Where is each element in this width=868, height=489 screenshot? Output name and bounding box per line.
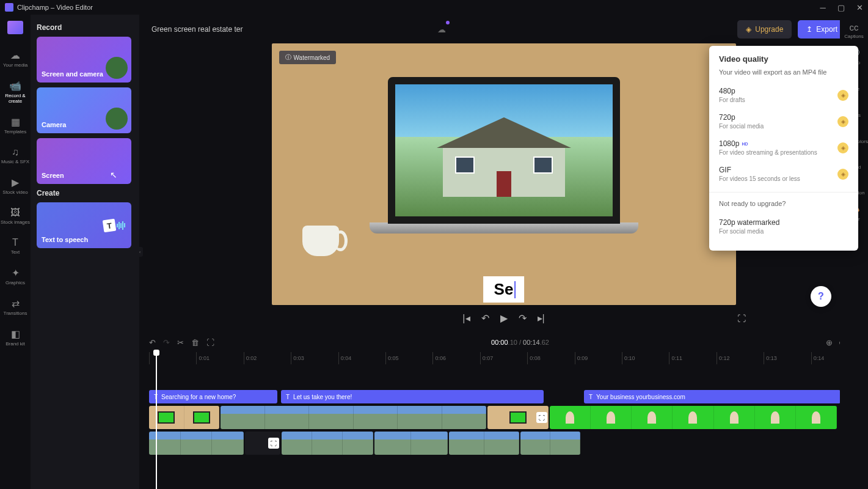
export-option-720p-wm[interactable]: 720p watermarked For social media xyxy=(719,213,848,240)
project-title[interactable]: Green screen real estate ter xyxy=(151,25,431,34)
sidebar-brand-kit[interactable]: ◧Brand kit xyxy=(0,326,31,348)
video-preview[interactable]: ⓘ Watermarked xyxy=(272,43,736,305)
record-screen-camera-card[interactable]: Screen and camera xyxy=(37,37,131,83)
video-clip[interactable] xyxy=(374,432,448,455)
video-clip[interactable] xyxy=(149,406,219,429)
premium-icon: ◈ xyxy=(837,169,848,180)
watermark-badge: ⓘ Watermarked xyxy=(279,51,337,64)
video-icon: ▶ xyxy=(12,177,19,188)
upload-icon: ↥ xyxy=(806,25,812,34)
center-area: Green screen real estate ter ☁ ◈ Upgrade… xyxy=(139,15,868,489)
sync-off-icon[interactable]: ☁ xyxy=(437,24,446,34)
window-title: Clipchamp – Video Editor xyxy=(17,4,819,11)
export-quality-title: Video quality xyxy=(709,54,858,68)
collapse-panel-handle[interactable]: ‹ xyxy=(137,247,143,257)
sync-badge-icon xyxy=(446,21,450,24)
text-clip[interactable]: TYour business yourbusiness.com xyxy=(584,390,841,403)
graphics-icon: ✦ xyxy=(12,267,20,279)
sidebar-record-create[interactable]: 📹Record & create xyxy=(0,78,31,106)
video-clip[interactable] xyxy=(282,432,373,455)
video-clip[interactable] xyxy=(149,432,244,455)
export-option-720p[interactable]: 720p For social media ◈ xyxy=(709,108,858,134)
sidebar-transitions[interactable]: ⇄Transitions xyxy=(0,296,31,318)
hd-badge: HD xyxy=(742,142,748,146)
record-panel: Record Screen and camera Camera Screen C… xyxy=(31,15,139,489)
undo-button[interactable]: ↶ xyxy=(149,338,156,347)
left-sidebar: ☁Your media 📹Record & create ▦Templates … xyxy=(0,15,31,489)
split-button[interactable]: ✂ xyxy=(177,338,184,347)
export-option-gif[interactable]: GIF For videos 15 seconds or less ◈ xyxy=(709,161,858,187)
playback-controls: |◂ ↶ ▶ ↷ ▸| ⛶ xyxy=(139,305,868,331)
skip-end-button[interactable]: ▸| xyxy=(538,312,545,324)
video-clip[interactable] xyxy=(520,432,580,455)
video-clip[interactable] xyxy=(221,406,486,429)
video-clip[interactable]: ⛶ xyxy=(245,432,280,455)
create-heading: Create xyxy=(37,189,133,197)
titlebar: Clipchamp – Video Editor ─ ▢ ✕ xyxy=(0,0,868,15)
laptop-prop xyxy=(370,77,638,260)
sidebar-your-media[interactable]: ☁Your media xyxy=(0,48,31,70)
link-icon: ⛶ xyxy=(536,412,547,423)
zoom-in-button[interactable]: ⊕ xyxy=(826,338,833,347)
text-icon: T xyxy=(589,394,593,400)
forward-button[interactable]: ↷ xyxy=(519,312,527,324)
camera-icon: 📹 xyxy=(9,80,21,92)
text-to-speech-card[interactable]: Text to speech T xyxy=(37,202,131,248)
text-overlay[interactable]: Se xyxy=(483,276,525,303)
video-clip[interactable]: ⛶ xyxy=(487,406,549,429)
sidebar-graphics[interactable]: ✦Graphics xyxy=(0,265,31,287)
sidebar-music-sfx[interactable]: ♫Music & SFX xyxy=(0,145,31,166)
premium-icon: ◈ xyxy=(837,142,848,153)
record-screen-card[interactable]: Screen xyxy=(37,138,131,184)
video-clip-greenscreen[interactable] xyxy=(550,406,837,429)
export-upgrade-prompt: Not ready to upgrade? xyxy=(719,200,848,207)
play-button[interactable]: ▶ xyxy=(500,312,508,324)
delete-button[interactable]: 🗑 xyxy=(191,338,199,347)
app-icon xyxy=(5,3,13,12)
avatar xyxy=(106,108,128,130)
topbar: Green screen real estate ter ☁ ◈ Upgrade… xyxy=(139,15,868,43)
image-icon: 🖼 xyxy=(10,207,20,218)
crop-button[interactable]: ⛶ xyxy=(206,338,214,347)
export-option-1080p[interactable]: 1080pHD For video streaming & presentati… xyxy=(709,134,858,161)
transitions-icon: ⇄ xyxy=(12,298,20,309)
avatar xyxy=(106,57,128,79)
video-track-2: ⛶ xyxy=(149,432,858,455)
video-clip[interactable] xyxy=(449,432,519,455)
diamond-icon: ◈ xyxy=(746,25,751,34)
record-camera-card[interactable]: Camera xyxy=(37,87,131,133)
help-button[interactable]: ? xyxy=(811,286,831,307)
export-subtitle: Your video will export as an MP4 file xyxy=(709,68,858,82)
fullscreen-button[interactable]: ⛶ xyxy=(737,314,746,323)
export-option-480p[interactable]: 480p For drafts ◈ xyxy=(709,82,858,108)
sidebar-stock-video[interactable]: ▶Stock video xyxy=(0,175,31,197)
text-clip[interactable]: TLet us take you there! xyxy=(281,390,544,403)
premium-icon: ◈ xyxy=(837,116,848,127)
maximize-button[interactable]: ▢ xyxy=(837,4,845,11)
playhead[interactable] xyxy=(156,351,157,489)
captions-icon: cc xyxy=(849,22,858,32)
music-icon: ♫ xyxy=(12,147,19,158)
rewind-button[interactable]: ↶ xyxy=(481,312,489,324)
text-track: TSearching for a new home? TLet us take … xyxy=(149,390,858,403)
text-icon: T xyxy=(12,237,18,248)
sidebar-text[interactable]: TText xyxy=(0,235,31,257)
close-button[interactable]: ✕ xyxy=(856,4,863,11)
upgrade-button[interactable]: ◈ Upgrade xyxy=(737,20,792,39)
video-track-1: ⛶ xyxy=(149,406,858,429)
captions-tab[interactable]: ccCaptions xyxy=(844,22,864,39)
sidebar-stock-images[interactable]: 🖼Stock images xyxy=(0,205,31,227)
record-heading: Record xyxy=(37,23,133,32)
skip-start-button[interactable]: |◂ xyxy=(462,312,470,324)
minimize-button[interactable]: ─ xyxy=(819,4,826,11)
link-icon: ⛶ xyxy=(268,438,279,449)
timeline: ↶ ↷ ✂ 🗑 ⛶ 00:00.10 / 00:14.62 ⊕ ⊖ ⤢ xyxy=(139,331,868,489)
redo-button[interactable]: ↷ xyxy=(163,338,170,347)
text-clip[interactable]: TSearching for a new home? xyxy=(149,390,277,403)
text-icon: T xyxy=(286,394,290,400)
cloud-upload-icon: ☁ xyxy=(10,50,20,61)
premium-icon: ◈ xyxy=(837,90,848,101)
sidebar-templates[interactable]: ▦Templates xyxy=(0,114,31,136)
clipchamp-logo[interactable] xyxy=(7,21,23,34)
timeline-ruler[interactable]: 0:01 0:02 0:03 0:04 0:05 0:06 0:07 0:08 … xyxy=(149,352,858,364)
